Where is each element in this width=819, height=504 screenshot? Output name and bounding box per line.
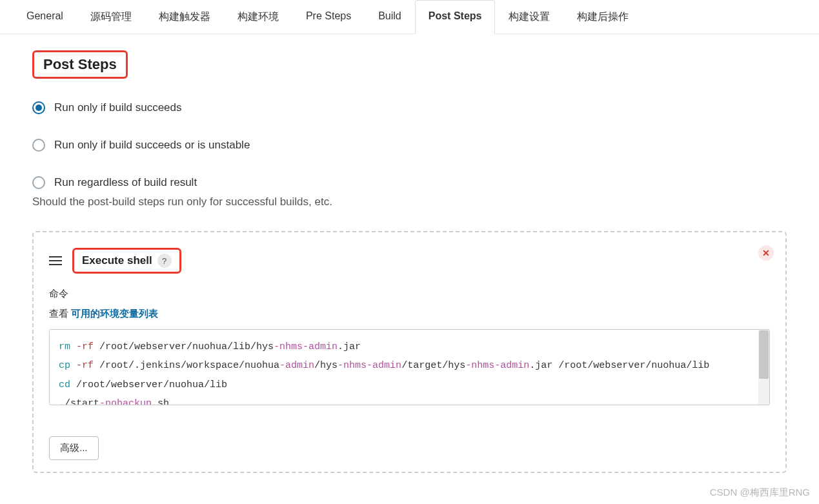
scrollbar-thumb[interactable] xyxy=(759,330,769,379)
step-title: Execute shell xyxy=(82,254,152,267)
drag-handle-icon[interactable] xyxy=(49,256,62,265)
command-label: 命令 xyxy=(49,288,770,300)
tab-build-settings[interactable]: 构建设置 xyxy=(495,0,563,34)
step-header: Execute shell ? xyxy=(49,248,770,274)
execute-shell-step: ✕ Execute shell ? 命令 查看 可用的环境变量列表 rm -rf… xyxy=(32,231,787,473)
tab-env[interactable]: 构建环境 xyxy=(224,0,292,34)
tab-general[interactable]: General xyxy=(13,0,77,34)
radio-label: Run only if build succeeds or is unstabl… xyxy=(54,139,250,152)
radio-option-unstable[interactable]: Run only if build succeeds or is unstabl… xyxy=(32,139,787,152)
radio-icon[interactable] xyxy=(32,139,45,152)
radio-icon[interactable] xyxy=(32,176,45,189)
env-vars-row: 查看 可用的环境变量列表 xyxy=(49,308,770,320)
help-icon[interactable]: ? xyxy=(157,254,172,268)
run-threshold-radio-group: Run only if build succeeds Run only if b… xyxy=(32,101,787,189)
tab-scm[interactable]: 源码管理 xyxy=(77,0,145,34)
radio-option-succeeds[interactable]: Run only if build succeeds xyxy=(32,101,787,114)
run-threshold-help: Should the post-build steps run only for… xyxy=(32,196,787,208)
tab-build[interactable]: Build xyxy=(365,0,415,34)
radio-label: Run only if build succeeds xyxy=(54,101,182,114)
radio-option-regardless[interactable]: Run regardless of build result xyxy=(32,176,787,189)
section-title: Post Steps xyxy=(32,50,128,79)
step-title-box: Execute shell ? xyxy=(72,248,181,274)
shell-command-input[interactable]: rm -rf /root/webserver/nuohua/lib/hys-nh… xyxy=(49,329,770,405)
env-vars-link[interactable]: 可用的环境变量列表 xyxy=(71,308,158,319)
tab-post-build-actions[interactable]: 构建后操作 xyxy=(563,0,642,34)
content-area: Post Steps Run only if build succeeds Ru… xyxy=(0,34,819,486)
tab-triggers[interactable]: 构建触发器 xyxy=(145,0,224,34)
delete-step-button[interactable]: ✕ xyxy=(758,245,774,261)
tab-post-steps[interactable]: Post Steps xyxy=(415,0,496,34)
advanced-button[interactable]: 高级... xyxy=(49,436,99,460)
radio-label: Run regardless of build result xyxy=(54,176,197,189)
tab-pre-steps[interactable]: Pre Steps xyxy=(292,0,365,34)
radio-icon[interactable] xyxy=(32,101,45,114)
env-prefix: 查看 xyxy=(49,308,71,319)
tabs-bar: General 源码管理 构建触发器 构建环境 Pre Steps Build … xyxy=(0,0,819,34)
